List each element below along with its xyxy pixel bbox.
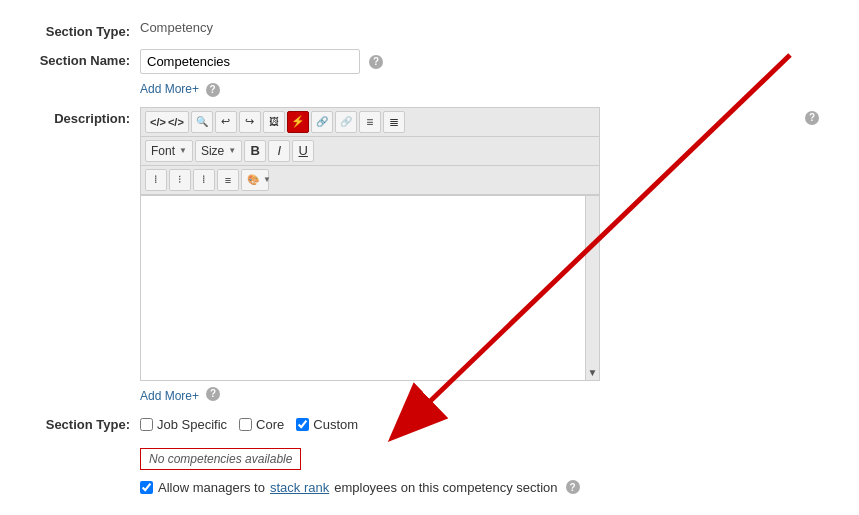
font-dropdown-arrow: ▼ [179,146,187,155]
allow-managers-text-before: Allow managers to [158,480,265,495]
allow-managers-help-icon[interactable]: ? [566,480,580,494]
scroll-down-arrow: ▼ [588,367,598,378]
core-checkbox-label[interactable]: Core [239,417,284,432]
bold-button[interactable]: B [244,140,266,162]
allow-managers-text-after: employees on this competency section [334,480,557,495]
underline-button[interactable]: U [292,140,314,162]
description-help-icon[interactable]: ? [805,111,819,125]
section-name-input[interactable] [140,49,360,74]
ol-icon: ≡ [366,115,373,129]
editor-container: </> </> 🔍 ↩ ↪ 🖼 [140,107,600,381]
section-type-value: Competency [140,16,213,35]
image-button[interactable]: 🖼 [263,111,285,133]
undo-icon: ↩ [221,115,230,128]
align-justify-icon: ≡ [225,174,231,186]
align-right-icon: ⁞ [202,173,206,186]
description-label: Description: [20,107,140,126]
italic-button[interactable]: I [268,140,290,162]
color-dropdown-arrow: ▼ [263,175,271,184]
color-icon: 🎨 [247,174,259,185]
source-label: </> [168,116,184,128]
toolbar-row-3: ⁞ ⁝ ⁞ ≡ 🎨 ▼ [141,166,599,195]
allow-managers-checkbox[interactable] [140,481,153,494]
italic-icon: I [277,143,281,158]
add-more-help-icon-1[interactable]: ? [206,83,220,97]
size-dropdown-arrow: ▼ [228,146,236,155]
size-dropdown[interactable]: Size ▼ [195,140,242,162]
unlink-button[interactable]: 🔗 [335,111,357,133]
no-competencies-box: No competencies available [140,448,301,470]
core-checkbox[interactable] [239,418,252,431]
link-button[interactable]: 🔗 [311,111,333,133]
bold-icon: B [251,143,260,158]
size-dropdown-label: Size [201,144,224,158]
toolbar-row-2: Font ▼ Size ▼ B I U [141,137,599,166]
job-specific-checkbox[interactable] [140,418,153,431]
align-left-icon: ⁞ [154,173,158,186]
align-right-button[interactable]: ⁞ [193,169,215,191]
flash-icon: ⚡ [291,115,305,128]
stack-rank-link[interactable]: stack rank [270,480,329,495]
custom-checkbox-label[interactable]: Custom [296,417,358,432]
redo-button[interactable]: ↪ [239,111,261,133]
add-more-help-icon-2[interactable]: ? [206,387,220,401]
align-left-button[interactable]: ⁞ [145,169,167,191]
search-icon: 🔍 [196,116,208,127]
search-button[interactable]: 🔍 [191,111,213,133]
font-dropdown[interactable]: Font ▼ [145,140,193,162]
no-competencies-text: No competencies available [149,452,292,466]
align-center-icon: ⁝ [178,173,182,186]
section-name-help-icon[interactable]: ? [369,55,383,69]
underline-icon: U [299,143,308,158]
source-button[interactable]: </> </> [145,111,189,133]
editor-body[interactable]: ▼ [141,195,599,380]
undo-button[interactable]: ↩ [215,111,237,133]
editor-scrollbar[interactable]: ▼ [585,196,599,380]
ul-icon: ≣ [389,115,399,129]
custom-label: Custom [313,417,358,432]
link-icon: 🔗 [316,116,328,127]
align-center-button[interactable]: ⁝ [169,169,191,191]
unlink-icon: 🔗 [340,116,352,127]
toolbar-row-1: </> </> 🔍 ↩ ↪ 🖼 [141,108,599,137]
ol-button[interactable]: ≡ [359,111,381,133]
add-more-link-1[interactable]: Add More+ [140,82,199,96]
allow-managers-row: Allow managers to stack rank employees o… [140,480,819,495]
align-justify-button[interactable]: ≡ [217,169,239,191]
section-type2-label: Section Type: [20,413,140,432]
source-icon: </> [150,116,166,128]
section-type-checkboxes: Job Specific Core Custom [140,417,819,432]
color-dropdown[interactable]: 🎨 ▼ [241,169,269,191]
section-name-label: Section Name: [20,49,140,68]
section-type-label: Section Type: [20,20,140,39]
add-more-link-2[interactable]: Add More+ [140,389,199,403]
font-dropdown-label: Font [151,144,175,158]
core-label: Core [256,417,284,432]
ul-button[interactable]: ≣ [383,111,405,133]
redo-icon: ↪ [245,115,254,128]
image-icon: 🖼 [269,116,279,127]
job-specific-label: Job Specific [157,417,227,432]
custom-checkbox[interactable] [296,418,309,431]
flash-button[interactable]: ⚡ [287,111,309,133]
job-specific-checkbox-label[interactable]: Job Specific [140,417,227,432]
